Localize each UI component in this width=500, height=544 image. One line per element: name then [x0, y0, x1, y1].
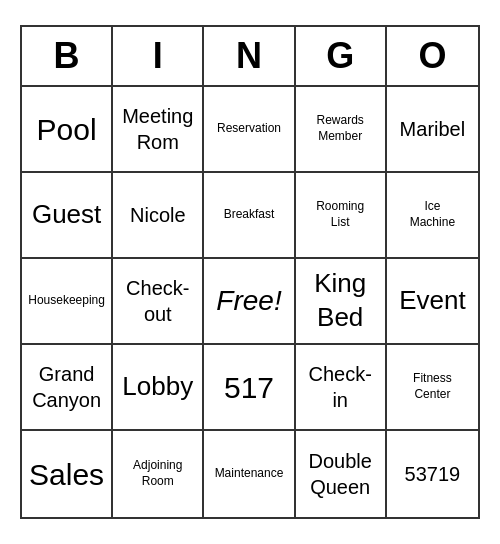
cell-text: Guest [32, 198, 101, 232]
cell-text: Rewards Member [317, 113, 364, 144]
header-letter: N [204, 27, 295, 85]
bingo-cell: Housekeeping [22, 259, 113, 345]
bingo-cell: Fitness Center [387, 345, 478, 431]
header-letter: I [113, 27, 204, 85]
cell-text: Adjoining Room [133, 458, 182, 489]
bingo-cell: Event [387, 259, 478, 345]
cell-text: Lobby [122, 370, 193, 404]
bingo-cell: Breakfast [204, 173, 295, 259]
cell-text: Nicole [130, 202, 186, 228]
bingo-header: BINGO [22, 27, 478, 87]
cell-text: Maribel [400, 116, 466, 142]
bingo-cell: Reservation [204, 87, 295, 173]
cell-text: Free! [216, 283, 281, 319]
cell-text: Check- in [309, 361, 372, 413]
bingo-cell: Sales [22, 431, 113, 517]
cell-text: Pool [37, 110, 97, 149]
bingo-cell: Nicole [113, 173, 204, 259]
header-letter: B [22, 27, 113, 85]
bingo-cell: Meeting Rom [113, 87, 204, 173]
bingo-cell: Free! [204, 259, 295, 345]
cell-text: King Bed [314, 267, 366, 335]
bingo-cell: Guest [22, 173, 113, 259]
bingo-cell: Adjoining Room [113, 431, 204, 517]
bingo-card: BINGO PoolMeeting RomReservationRewards … [20, 25, 480, 519]
bingo-cell: Maintenance [204, 431, 295, 517]
cell-text: Check- out [126, 275, 189, 327]
bingo-cell: Maribel [387, 87, 478, 173]
bingo-cell: Rooming List [296, 173, 387, 259]
bingo-cell: 53719 [387, 431, 478, 517]
bingo-grid: PoolMeeting RomReservationRewards Member… [22, 87, 478, 517]
bingo-cell: Grand Canyon [22, 345, 113, 431]
header-letter: O [387, 27, 478, 85]
bingo-cell: King Bed [296, 259, 387, 345]
bingo-cell: 517 [204, 345, 295, 431]
cell-text: Double Queen [309, 448, 372, 500]
bingo-cell: Ice Machine [387, 173, 478, 259]
cell-text: Housekeeping [28, 293, 105, 309]
header-letter: G [296, 27, 387, 85]
cell-text: Maintenance [215, 466, 284, 482]
bingo-cell: Double Queen [296, 431, 387, 517]
cell-text: Sales [29, 455, 104, 494]
cell-text: 517 [224, 368, 274, 407]
cell-text: Rooming List [316, 199, 364, 230]
cell-text: Breakfast [224, 207, 275, 223]
bingo-cell: Check- in [296, 345, 387, 431]
cell-text: Event [399, 284, 466, 318]
cell-text: Grand Canyon [32, 361, 101, 413]
bingo-cell: Lobby [113, 345, 204, 431]
cell-text: Reservation [217, 121, 281, 137]
bingo-cell: Pool [22, 87, 113, 173]
cell-text: Meeting Rom [122, 103, 193, 155]
cell-text: 53719 [405, 461, 461, 487]
bingo-cell: Check- out [113, 259, 204, 345]
bingo-cell: Rewards Member [296, 87, 387, 173]
cell-text: Ice Machine [410, 199, 455, 230]
cell-text: Fitness Center [413, 371, 452, 402]
